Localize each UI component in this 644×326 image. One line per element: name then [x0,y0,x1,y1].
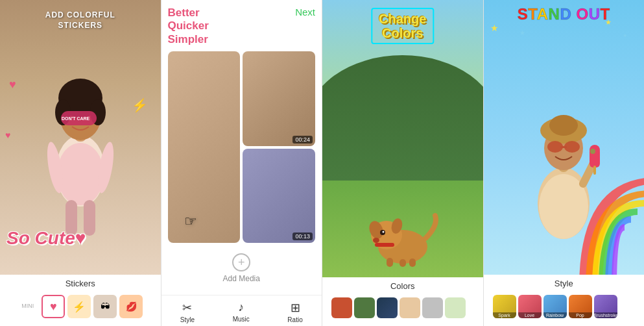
style-thumb-strip: Spark Love Rainbow Pop Brushstroke [489,292,639,321]
change-colors-box: Change Colors [371,8,434,44]
svg-rect-23 [375,243,394,247]
style-thumb-rainbow[interactable]: Rainbow [543,295,567,318]
svg-text:DON'T CARE: DON'T CARE [62,116,90,121]
stand-out-text: STAND OUT [484,5,645,23]
svg-point-36 [590,149,595,154]
heart-sticker-1: ♥ [9,78,16,92]
stickers-preview-image: ADD COLORFUL STICKERS ♥ ♥ ⚡ [0,0,161,275]
svg-rect-32 [560,146,567,148]
stickers-panel-footer: Stickers MINI ♥ ⚡ 🕶 💋 [0,275,161,326]
toolbar-ratio[interactable]: ⊞ Ratio [287,301,302,323]
style-love-label: Love [518,312,542,318]
add-media-circle-icon: + [232,253,250,271]
panel-stickers: ADD COLORFUL STICKERS ♥ ♥ ⚡ [0,0,161,326]
swatch-4[interactable] [422,297,443,318]
app-container: ADD COLORFUL STICKERS ♥ ♥ ⚡ [0,0,644,326]
music-icon: ♪ [238,301,244,314]
star-1: ★ [490,23,499,33]
toolbar-style-label: Style [180,316,195,323]
heart-sticker-2: ♥ [5,130,10,140]
dog-svg [367,203,438,268]
svg-rect-22 [409,258,416,267]
style-icon: ✂ [182,301,192,315]
style-preview-image: ★ ★ ★ ✦ STAND OUT [484,0,645,275]
media-thumb-1[interactable]: 00:24 [243,51,315,145]
media-toolbar: ✂ Style ♪ Music ⊞ Ratio [161,295,322,326]
woman-figure-svg [521,93,606,262]
swatch-3[interactable] [400,297,420,318]
swatch-1[interactable] [354,297,375,318]
svg-rect-37 [593,166,596,175]
mini-label: MINI [18,295,38,318]
svg-rect-20 [387,258,393,267]
tagline-text: Better Quicker Simpler [168,6,209,46]
media-editor-content: Better Quicker Simpler Next 00:24 ☞ [161,0,322,295]
ratio-icon: ⊞ [291,301,300,315]
style-brushstroke-label: Brushstroke [594,312,617,318]
style-panel-footer: Style Spark Love Rainbow Pop Brushstroke [484,275,645,326]
swatch-2[interactable] [377,297,398,318]
add-media-button[interactable]: + Add Media [168,248,316,288]
media-thumb-2[interactable]: ☞ [168,51,241,243]
media-duration-3: 00:13 [292,232,313,240]
colors-preview-image: Change Colors [322,0,483,277]
sticker-thumb-lips[interactable]: 💋 [119,295,143,318]
stickers-thumb-strip: MINI ♥ ⚡ 🕶 💋 [5,292,156,321]
svg-point-19 [373,238,379,243]
style-footer-label: Style [489,279,639,288]
panel-style: ★ ★ ★ ✦ STAND OUT [484,0,645,326]
colors-footer-label: Colors [328,281,478,291]
svg-point-18 [382,231,384,233]
star-4: ✦ [623,32,628,39]
style-thumb-spark[interactable]: Spark [493,295,516,318]
toolbar-music[interactable]: ♪ Music [233,301,250,323]
media-thumb-3[interactable]: 00:13 [243,149,315,243]
toolbar-ratio-label: Ratio [287,316,302,323]
next-button[interactable]: Next [295,6,315,18]
colors-bg: Change Colors [322,0,483,277]
sticker-thumb-heart[interactable]: ♥ [42,295,65,318]
change-colors-text-line1: Change [379,12,426,26]
svg-line-33 [583,164,593,184]
stickers-footer-label: Stickers [5,279,156,288]
stickers-header-text: ADD COLORFUL STICKERS [0,10,161,31]
toolbar-style[interactable]: ✂ Style [180,301,195,323]
girl-figure-svg: DON'T CARE [38,54,123,236]
sticker-thumb-glasses[interactable]: 🕶 [93,295,117,318]
style-rainbow-label: Rainbow [543,312,567,318]
media-editor-header: Better Quicker Simpler Next [168,6,316,46]
style-thumb-brushstroke[interactable]: Brushstroke [594,295,617,318]
panel-media: Better Quicker Simpler Next 00:24 ☞ [161,0,323,326]
style-thumb-love[interactable]: Love [518,295,542,318]
style-bg: ★ ★ ★ ✦ STAND OUT [484,0,645,275]
swatch-5[interactable] [445,297,466,318]
svg-point-1 [57,143,104,205]
svg-point-29 [549,115,578,136]
style-pop-label: Pop [569,312,592,318]
svg-rect-21 [400,259,406,267]
style-spark-label: Spark [493,312,516,318]
lightning-sticker: ⚡ [132,97,148,113]
sticker-thumb-lightning[interactable]: ⚡ [67,295,91,318]
media-duration-1: 00:24 [292,136,313,144]
panel-colors: Change Colors Colors [322,0,484,326]
change-colors-text-line2: Colors [379,26,426,40]
colors-panel-footer: Colors [322,277,483,326]
style-thumb-pop[interactable]: Pop [569,295,592,318]
add-media-label: Add Media [223,274,260,283]
media-grid: 00:24 ☞ 00:13 [168,51,316,243]
cursor-overlay-icon: ☞ [184,213,197,230]
star-2: ★ [519,29,525,36]
swatch-0[interactable] [331,297,352,318]
so-cute-label: So Cute♥ [6,228,86,249]
toolbar-music-label: Music [233,316,250,323]
color-swatch-strip [328,295,478,321]
